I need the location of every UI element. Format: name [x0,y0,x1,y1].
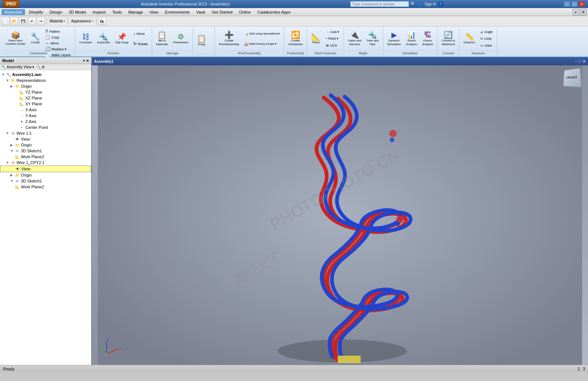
new-button[interactable]: 📄 [1,17,10,25]
menu-inspect[interactable]: Inspect [90,9,108,15]
pattern-button[interactable]: ⠿ Pattern [43,29,73,35]
restore-button[interactable]: □ [571,1,578,7]
area-button[interactable]: ▭ Area [478,43,495,48]
search-input[interactable] [350,1,409,7]
tube-pipe-button[interactable]: 🔩 Tube andPipe [365,29,381,49]
tree-item-sketch1-2[interactable]: ▼ ✏ 3D Sketch1 [0,178,91,184]
point-button[interactable]: • Point ▾ [324,36,341,41]
expand-sketch1-2[interactable]: ▼ [10,179,15,183]
parameters-button[interactable]: ⚙ Parameters [171,29,190,49]
menu-manage[interactable]: Manage [125,9,146,15]
create-substitutes-button[interactable]: 🔁 CreateSubstitutes [286,29,305,49]
signin-label[interactable]: Sign In [424,2,436,6]
create-button[interactable]: 🔧 Create [29,29,42,49]
material-selector[interactable]: Material ▾ [48,19,67,23]
tree-item-assembly[interactable]: ▼ 🔧 Assembly1.iam [0,72,91,77]
tree-item-xzplane[interactable]: 📐 XZ Plane [0,95,91,101]
tree-item-view1[interactable]: 👁 View: [0,136,91,142]
menu-tools[interactable]: Tools [110,9,125,15]
expand-assembly[interactable]: ▼ [1,73,6,76]
edit-spreadsheet-button[interactable]: 📊 Edit using Spreadsheet [243,31,282,37]
expand-sketch1-1[interactable]: ▼ [10,149,15,153]
tree-item-workplane2-2[interactable]: 📐 Work Plane2 [0,184,91,190]
tree-item-origin[interactable]: ▶ 📁 Origin [0,83,91,89]
bom-button[interactable]: 📋 Bill ofMaterials [154,29,170,49]
menu-getstarted[interactable]: Get Started [209,9,235,15]
dynamic-sim-button[interactable]: ▶ DynamicSimulation [386,29,403,49]
tree-item-wire1[interactable]: ▼ ⚙ Wire 1:1 [0,130,91,136]
tree-item-zaxis[interactable]: ✦ Z Axis [0,119,91,124]
menu-cadabundus[interactable]: Cadabundus Apps [254,9,293,15]
stress-analysis-button[interactable]: 📊 StressAnalysis [404,29,419,49]
constrain-button[interactable]: ⛓ Constrain [78,29,94,49]
open-button[interactable]: 📂 [10,17,18,25]
tree-item-view2[interactable]: 👁 View: [0,166,91,172]
tree-item-yzplane[interactable]: 📐 YZ Plane [0,89,91,95]
menu-environments[interactable]: Environments [162,9,193,15]
viewport-restore[interactable]: □ [578,59,581,64]
menu-design[interactable]: Design [47,9,65,15]
move-button[interactable]: ↕ Move [132,31,150,37]
viewport-minimize[interactable]: − [575,59,577,64]
convert-weldment-button[interactable]: 🔄 Convert toWeldment [440,29,457,49]
tree-item-centerpoint[interactable]: • Center Point [0,124,91,130]
appearance-selector[interactable]: Appearance ▾ [70,19,95,23]
tree-item-yaxis[interactable]: ↑ Y Axis [0,113,91,119]
tree-item-sketch1-1[interactable]: ▼ ✏ 3D Sketch1 [0,148,91,154]
menu-vault[interactable]: Vault [193,9,208,15]
plane-button[interactable]: 📐 Plane [309,29,323,49]
frame-analysis-button[interactable]: 🏗 FrameAnalysis [420,29,435,49]
expand-wire1[interactable]: ▼ [6,131,10,135]
expand-origin[interactable]: ▶ [10,84,15,88]
view-cube-face[interactable]: FRONT [563,68,582,88]
create-ipart-button[interactable]: ➕ CreateiPart/iAssembly [217,29,241,49]
panel-dropdown-btn[interactable]: ▾ [83,59,85,63]
pro-button[interactable]: PRO [3,0,19,8]
tree-item-representations[interactable]: ▼ 📁 Representations [0,77,91,83]
angle-button[interactable]: ∠ Angle [478,29,495,35]
tree-item-xaxis[interactable]: → X Axis [0,107,91,113]
viewport-close[interactable]: ✕ [582,59,586,64]
icopy-button[interactable]: 📋 iCopy [195,30,208,51]
copy-button[interactable]: 📋 Copy [43,35,73,40]
undo-button[interactable]: ↩ [28,17,36,25]
menu-assemble[interactable]: Assemble [1,9,25,15]
distance-button[interactable]: 📏 Distance [462,29,477,49]
menu-simplify[interactable]: Simplify [26,9,46,15]
tree-item-origin2[interactable]: ▶ 📁 Origin [0,142,91,148]
cable-harness-button[interactable]: 🔌 Cable andHarness [346,29,363,49]
menu-3dmodel[interactable]: 3D Model [66,9,89,15]
view-cube[interactable]: FRONT [562,68,584,90]
viewport-3d[interactable]: Assembly1 − □ ✕ [92,57,588,365]
expand-btn[interactable]: ▸ [573,9,579,15]
mirror-button[interactable]: ↔ Mirror [43,40,73,46]
expand-representations[interactable]: ▼ [6,79,10,82]
menu-online[interactable]: Online [236,9,254,15]
save-button[interactable]: 💾 [19,17,27,25]
expand-origin2[interactable]: ▶ [10,143,15,147]
rotate-button[interactable]: ↻ Rotate [132,41,150,47]
fx-button[interactable]: fx [98,17,106,25]
filter-btn[interactable]: ▾ [32,65,34,69]
ucs-button[interactable]: ⊞ UCS [324,43,341,48]
expand-wire2[interactable]: ▼ [6,161,10,164]
place-from-content-button[interactable]: 📦 Place fromContent Center [4,29,27,49]
grip-snap-button[interactable]: 📌 Grip Snap [113,29,130,49]
help-icon[interactable]: ? [438,1,444,7]
loop-button[interactable]: ⊙ Loop [478,36,495,41]
minimize-button[interactable]: − [564,1,570,7]
ribbon-options-btn[interactable]: ⚙ [580,9,587,15]
assemble-button[interactable]: 🔩 Assemble [95,29,112,49]
axis-button[interactable]: → Axis ▾ [324,29,341,35]
expand-origin3[interactable]: ▶ [10,173,15,177]
panel-close-btn[interactable]: ✕ [86,59,89,63]
close-button[interactable]: ✕ [578,1,585,7]
tree-item-workplane2-1[interactable]: 📐 Work Plane2 [0,154,91,160]
tree-item-wire2[interactable]: ▼ ⚙ Wire 1_CPY2:1 [0,160,91,166]
tree-item-xyplane[interactable]: 📐 XY Plane [0,101,91,107]
search-tree-btn[interactable]: 🔍 [36,65,41,69]
menu-view[interactable]: View [147,9,161,15]
edit-factory-button[interactable]: 🏭 Edit Factory Scope ▾ [243,41,282,47]
redo-button[interactable]: ↪ [37,17,45,25]
tree-item-origin3[interactable]: ▶ 📁 Origin [0,172,91,178]
